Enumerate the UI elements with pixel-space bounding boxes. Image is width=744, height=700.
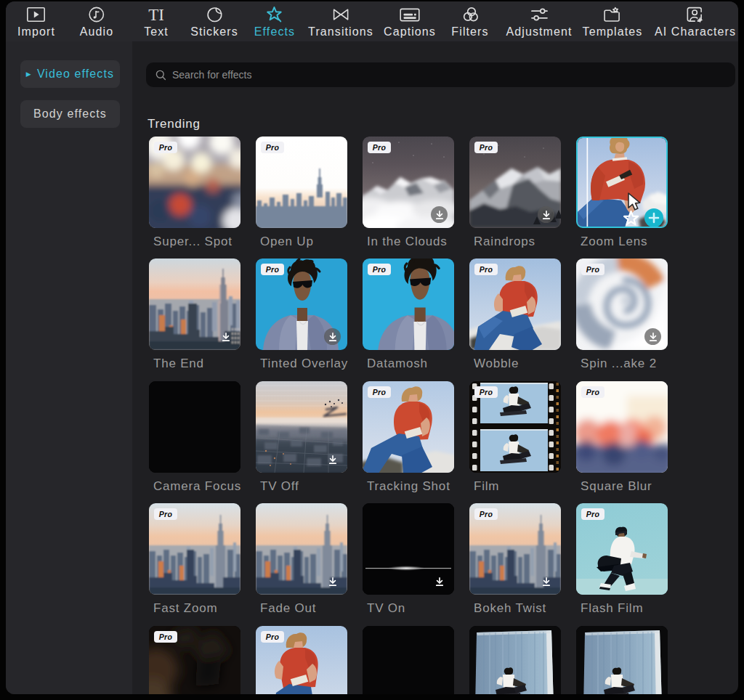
svg-text:TI: TI (148, 6, 164, 23)
